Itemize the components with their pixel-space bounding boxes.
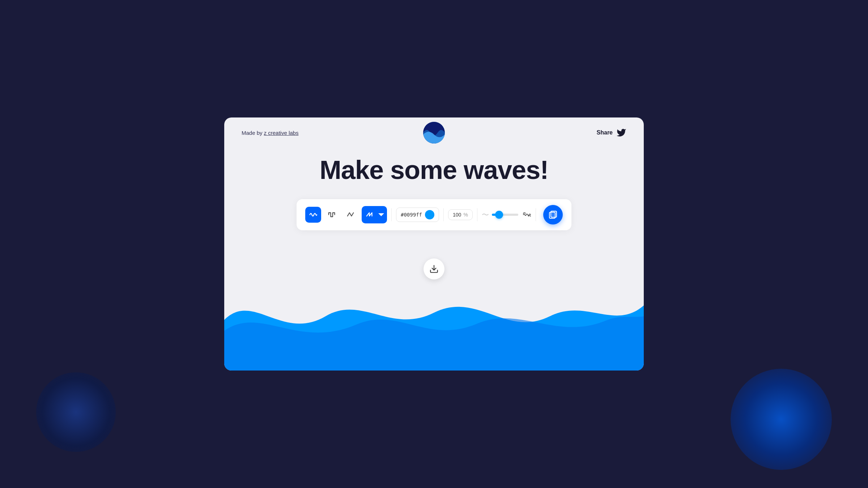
wave-section — [224, 269, 644, 371]
wave-type-triangle-button[interactable] — [343, 207, 359, 223]
toolbar-divider-2 — [443, 208, 444, 221]
color-picker[interactable]: #0099ff — [396, 207, 439, 222]
wave-type-square-button[interactable] — [324, 207, 340, 223]
color-swatch[interactable] — [425, 210, 434, 219]
logo — [423, 122, 445, 144]
made-by-label: Made by — [242, 130, 263, 136]
slider-thumb[interactable] — [495, 211, 503, 219]
slider-track[interactable] — [492, 214, 518, 216]
opacity-value: 100 — [453, 212, 461, 218]
download-wrapper — [424, 258, 444, 279]
svg-rect-3 — [551, 211, 557, 217]
toolbar-divider-1 — [391, 208, 392, 221]
wave-type-sawtooth-button[interactable] — [363, 207, 377, 223]
wave-type-sine-button[interactable] — [305, 207, 321, 223]
share-area: Share — [597, 128, 626, 138]
slider-min-icon: 〜 — [482, 210, 489, 220]
download-button[interactable] — [424, 258, 444, 279]
header: Made by z creative labs — [224, 117, 644, 148]
main-content: Make some waves! — [224, 148, 644, 269]
page-title: Make some waves! — [320, 155, 548, 185]
wave-dropdown-button[interactable] — [377, 207, 386, 223]
download-icon — [429, 264, 439, 274]
toolbar-divider-3 — [477, 208, 477, 221]
copy-svg-button[interactable] — [543, 205, 563, 224]
wave-preview — [224, 269, 644, 371]
opacity-input[interactable]: 100 % — [448, 209, 473, 220]
color-hex-value: #0099ff — [401, 212, 422, 218]
toolbar-divider-4 — [536, 208, 536, 221]
toolbar: #0099ff 100 % 〜 — [297, 199, 571, 230]
made-by-text: Made by z creative labs — [242, 130, 298, 136]
creator-link[interactable]: z creative labs — [264, 130, 299, 136]
share-label: Share — [597, 129, 613, 136]
percent-sign: % — [463, 212, 468, 218]
wave-slider[interactable]: 〜 — [482, 210, 518, 220]
twitter-icon[interactable] — [616, 128, 626, 138]
noise-icon — [523, 210, 531, 219]
app-container: Made by z creative labs — [224, 117, 644, 371]
